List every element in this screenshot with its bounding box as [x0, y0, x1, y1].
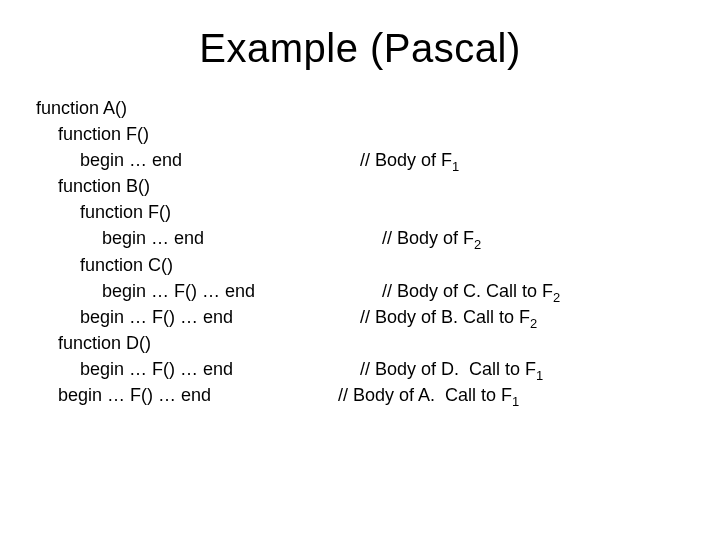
- slide: Example (Pascal) function A() function F…: [0, 0, 720, 540]
- code-line: function F(): [36, 199, 684, 225]
- code-line: begin … F() … end // Body of C. Call to …: [36, 278, 684, 304]
- code-text: function B(): [36, 173, 338, 199]
- code-text: begin … F() … end: [36, 278, 382, 304]
- code-line: function A(): [36, 95, 684, 121]
- code-text: begin … end: [36, 225, 382, 251]
- code-text: begin … F() … end: [36, 356, 360, 382]
- subscript: 1: [512, 394, 519, 409]
- code-line: begin … F() … end // Body of A. Call to …: [36, 382, 684, 408]
- code-comment: // Body of A. Call to F1: [338, 382, 519, 408]
- code-text: function D(): [36, 330, 338, 356]
- code-text: begin … F() … end: [36, 382, 338, 408]
- code-text: function A(): [36, 95, 316, 121]
- comment-text: // Body of F: [382, 228, 474, 248]
- code-line: begin … end // Body of F2: [36, 225, 684, 251]
- code-line: begin … end // Body of F1: [36, 147, 684, 173]
- code-text: begin … end: [36, 147, 360, 173]
- code-line: begin … F() … end // Body of B. Call to …: [36, 304, 684, 330]
- code-text: function F(): [36, 199, 360, 225]
- comment-text: // Body of D. Call to F: [360, 359, 536, 379]
- code-line: function B(): [36, 173, 684, 199]
- subscript: 2: [474, 237, 481, 252]
- comment-text: // Body of A. Call to F: [338, 385, 512, 405]
- code-line: function C(): [36, 252, 684, 278]
- code-block: function A() function F() begin … end //…: [36, 95, 684, 408]
- comment-text: // Body of B. Call to F: [360, 307, 530, 327]
- code-comment: // Body of D. Call to F1: [360, 356, 543, 382]
- code-text: begin … F() … end: [36, 304, 360, 330]
- code-comment: // Body of F1: [360, 147, 459, 173]
- code-text: function C(): [36, 252, 360, 278]
- comment-text: // Body of F: [360, 150, 452, 170]
- code-line: function D(): [36, 330, 684, 356]
- code-comment: // Body of F2: [382, 225, 481, 251]
- code-comment: // Body of C. Call to F2: [382, 278, 560, 304]
- subscript: 1: [452, 159, 459, 174]
- code-text: function F(): [36, 121, 338, 147]
- page-title: Example (Pascal): [36, 26, 684, 71]
- subscript: 2: [530, 315, 537, 330]
- code-line: begin … F() … end // Body of D. Call to …: [36, 356, 684, 382]
- subscript: 2: [553, 289, 560, 304]
- code-line: function F(): [36, 121, 684, 147]
- code-comment: // Body of B. Call to F2: [360, 304, 537, 330]
- subscript: 1: [536, 368, 543, 383]
- comment-text: // Body of C. Call to F: [382, 281, 553, 301]
